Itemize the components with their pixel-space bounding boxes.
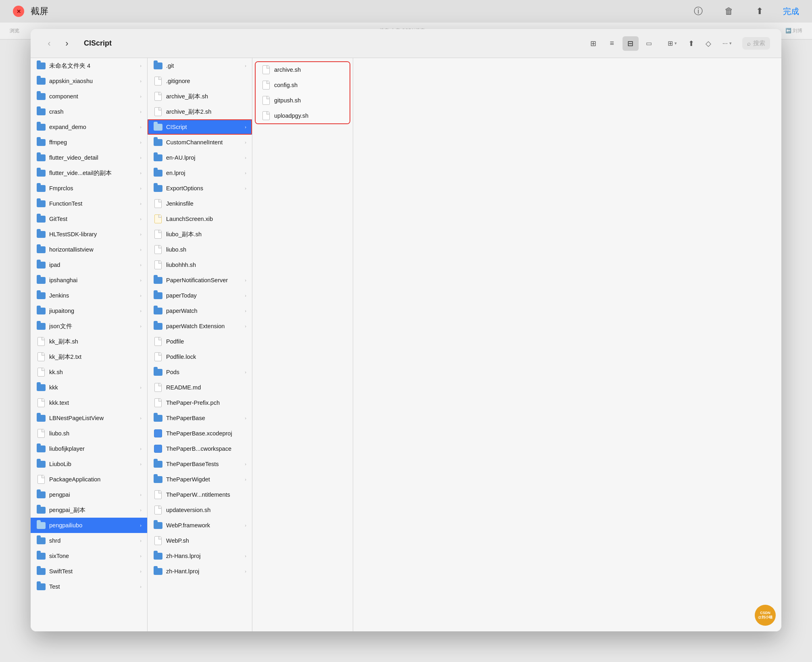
list-item[interactable]: zh-Hans.lproj › [148, 548, 252, 564]
list-item[interactable]: FunctionTest › [31, 196, 147, 211]
list-item[interactable]: json文件 › [31, 319, 147, 334]
list-item[interactable]: Fmprclos › [31, 181, 147, 196]
list-item[interactable]: zh-Hant.lproj › [148, 564, 252, 579]
list-item[interactable]: Podfile [148, 334, 252, 349]
back-button[interactable]: ‹ [42, 36, 56, 51]
list-item[interactable]: WebP.framework › [148, 518, 252, 533]
list-item[interactable]: Pods › [148, 364, 252, 380]
item-name: PackageApplication [49, 476, 137, 483]
search-box[interactable]: ⌕ 搜索 [742, 37, 770, 50]
list-item[interactable]: ffmpeg › [31, 135, 147, 150]
list-item[interactable]: ThePaper-Prefix.pch [148, 395, 252, 410]
list-item[interactable]: liubo_副本.sh [148, 227, 252, 242]
list-item[interactable]: liubo.sh [148, 242, 252, 257]
list-view-button[interactable]: ≡ [604, 36, 620, 51]
list-item[interactable]: Jenkins › [31, 288, 147, 303]
list-item[interactable]: gitpush.sh [256, 93, 350, 108]
list-item[interactable]: config.sh [256, 77, 350, 93]
list-item[interactable]: liubohhh.sh [148, 257, 252, 273]
list-item[interactable]: Test › [31, 579, 147, 594]
more-action-button[interactable]: ··· ▾ [718, 37, 736, 50]
list-item[interactable]: pengpai › [31, 487, 147, 502]
column-view-button[interactable]: ⊟ [623, 36, 639, 51]
list-item[interactable]: PackageApplication [31, 472, 147, 487]
list-item[interactable]: horizontallistview › [31, 242, 147, 257]
list-item[interactable]: .gitignore [148, 73, 252, 89]
tag-action-icon: ◇ [706, 39, 711, 48]
group-action-button[interactable]: ⊞ ▾ [664, 37, 681, 50]
list-item-ciscript[interactable]: CIScript › [148, 119, 252, 135]
list-item[interactable]: liubofijkplayer › [31, 441, 147, 456]
list-item-pengpailiubo[interactable]: pengpailiubo › [31, 518, 147, 533]
list-item[interactable]: archive_副本2.sh [148, 104, 252, 119]
list-item[interactable]: LaunchScreen.xib [148, 211, 252, 227]
grid-view-button[interactable]: ⊞ [585, 36, 602, 51]
list-item[interactable]: README.md [148, 380, 252, 395]
list-item[interactable]: Jenkinsfile [148, 196, 252, 211]
list-item[interactable]: en-AU.lproj › [148, 150, 252, 165]
list-item[interactable]: HLTestSDK-library › [31, 227, 147, 242]
list-item[interactable]: LiuboLib › [31, 456, 147, 472]
list-item[interactable]: en.lproj › [148, 165, 252, 181]
list-item[interactable]: jiupaitong › [31, 303, 147, 319]
list-item[interactable]: PaperNotificationServer › [148, 273, 252, 288]
list-item[interactable]: ThePaperBase › [148, 410, 252, 426]
chevron-right-icon: › [140, 492, 142, 497]
list-item[interactable]: SwiftTest › [31, 564, 147, 579]
file-icon [154, 490, 162, 499]
list-item[interactable]: LBNestPageListView › [31, 410, 147, 426]
list-item[interactable]: archive_副本.sh [148, 89, 252, 104]
list-item-crash[interactable]: crash › [31, 104, 147, 119]
list-item[interactable]: flutter_video_detail › [31, 150, 147, 165]
folder-icon [37, 553, 46, 560]
item-name: updateversion.sh [166, 507, 242, 513]
list-item[interactable]: kkk › [31, 380, 147, 395]
list-item[interactable]: ThePaperBase.xcodeproj [148, 426, 252, 441]
list-item[interactable]: ThePaperB...cworkspace [148, 441, 252, 456]
list-item[interactable]: ThePaperBaseTests › [148, 456, 252, 472]
info-icon-btn[interactable]: ⓘ [691, 4, 706, 19]
list-item[interactable]: Podfile.lock [148, 349, 252, 364]
list-item[interactable]: flutter_vide...etail的副本 › [31, 165, 147, 181]
gallery-view-button[interactable]: ▭ [641, 36, 657, 51]
list-item[interactable]: WebP.sh [148, 533, 252, 548]
close-window-button[interactable]: ✕ [13, 6, 24, 17]
list-item[interactable]: shrd › [31, 533, 147, 548]
list-item[interactable]: ThePaperW...ntitlements [148, 487, 252, 502]
list-item[interactable]: ExportOptions › [148, 181, 252, 196]
item-name: ThePaperW...ntitlements [166, 491, 242, 498]
list-item[interactable]: liubo.sh [31, 426, 147, 441]
list-item[interactable]: paperToday › [148, 288, 252, 303]
list-item[interactable]: expand_demo › [31, 119, 147, 135]
chevron-right-icon: › [245, 462, 246, 466]
tag-action-button[interactable]: ◇ [702, 37, 715, 50]
list-item[interactable]: paperWatch Extension › [148, 319, 252, 334]
list-item[interactable]: ThePaperWigdet › [148, 472, 252, 487]
list-item[interactable]: .git › [148, 58, 252, 73]
list-item[interactable]: CustomChannelIntent › [148, 135, 252, 150]
list-item[interactable]: kk_副本.sh [31, 334, 147, 349]
list-item[interactable]: archive.sh [256, 62, 350, 77]
done-button[interactable]: 完成 [783, 6, 799, 17]
list-item[interactable]: ipad › [31, 257, 147, 273]
list-item[interactable]: kk_副本2.txt [31, 349, 147, 364]
list-item[interactable]: component › [31, 89, 147, 104]
list-item[interactable]: pengpai_副本 › [31, 502, 147, 518]
list-item[interactable]: updateversion.sh [148, 502, 252, 518]
list-item[interactable]: uploadpgy.sh [256, 108, 350, 123]
xib-file-icon [154, 214, 162, 223]
share-icon-btn[interactable]: ⬆ [752, 4, 767, 19]
list-item[interactable]: 未命名文件夹 4 › [31, 58, 147, 73]
trash-icon-btn[interactable]: 🗑 [722, 4, 736, 19]
list-item[interactable]: GitTest › [31, 211, 147, 227]
list-item[interactable]: sixTone › [31, 548, 147, 564]
search-input-placeholder[interactable]: 搜索 [753, 40, 765, 47]
list-item[interactable]: kkk.text [31, 395, 147, 410]
list-item[interactable]: ipshanghai › [31, 273, 147, 288]
list-item[interactable]: appskin_xiaoshu › [31, 73, 147, 89]
share-action-button[interactable]: ⬆ [684, 37, 698, 50]
list-item[interactable]: paperWatch › [148, 303, 252, 319]
forward-button[interactable]: › [60, 36, 74, 51]
list-item[interactable]: kk.sh [31, 364, 147, 380]
file-icon [154, 337, 162, 346]
